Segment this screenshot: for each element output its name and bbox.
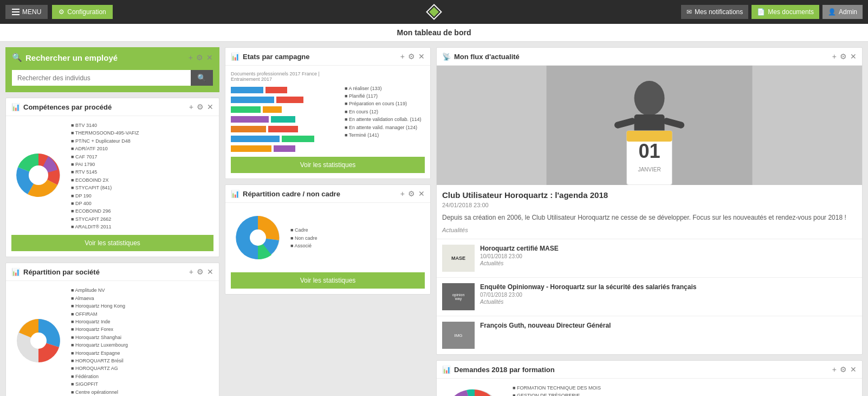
search-widget-header: 🔍 Rechercher un employé + ⚙ ✕ [5, 47, 219, 66]
competences-delete-btn[interactable]: ✕ [207, 103, 213, 111]
demandes-settings-btn[interactable]: ⚙ [840, 365, 847, 374]
repartition-cadre-delete-btn[interactable]: ✕ [418, 189, 425, 198]
documents-label: Mes documents [768, 8, 814, 16]
search-widget-actions: + ⚙ ✕ [189, 53, 213, 62]
menu-button[interactable]: MENU [5, 5, 48, 19]
repartition-societe-settings-btn[interactable]: ⚙ [197, 267, 204, 276]
notifications-label: Mes notifications [695, 8, 743, 16]
flux-item-opinion: opinionway Enquête Opinionway - Horoquar… [437, 277, 862, 316]
flux-item-mase-tag: Actualités [480, 260, 559, 266]
repartition-cadre-add-btn[interactable]: + [400, 189, 405, 198]
demandes-actions: + ⚙ ✕ [832, 365, 857, 374]
repartition-cadre-legend: ■ Cadre ■ Non cadre ■ Associé [290, 226, 317, 250]
etats-legend: ■ A réaliser (133) ■ Planifié (117) ■ Pr… [345, 85, 422, 139]
config-button[interactable]: ⚙ Configuration [52, 5, 112, 19]
flux-article-title[interactable]: Club Utilisateur Horoquartz : l'agenda 2… [442, 190, 857, 200]
page-title: Mon tableau de bord [0, 24, 868, 42]
bar-chart-3-icon: 📊 [231, 53, 239, 61]
competences-add-btn[interactable]: + [189, 103, 193, 111]
flux-item-mase-date: 10/01/2018 23:00 [480, 253, 559, 259]
bar-chart-icon: 📊 [11, 103, 20, 111]
svg-point-7 [250, 229, 266, 246]
search-body: 🔍 [5, 66, 219, 92]
repartition-societe-legend: ■ Amplitude NV ■ Almaeva ■ Horoquartz Ho… [71, 286, 128, 395]
competences-actions: + ⚙ ✕ [189, 103, 213, 111]
search-widget: 🔍 Rechercher un employé + ⚙ ✕ 🔍 [5, 47, 219, 92]
search-input[interactable] [12, 70, 191, 86]
etats-settings-btn[interactable]: ⚙ [408, 52, 415, 61]
repartition-societe-delete-btn[interactable]: ✕ [207, 267, 213, 276]
flux-item-guth: IMG François Guth, nouveau Directeur Gén… [437, 316, 862, 354]
config-icon: ⚙ [59, 8, 64, 16]
flux-thumb-mase: MASE [442, 245, 475, 272]
etats-add-btn[interactable]: + [400, 52, 405, 61]
flux-add-btn[interactable]: + [832, 52, 837, 61]
competences-widget: 📊 Compétences par procédé + ⚙ ✕ [5, 98, 219, 257]
etats-delete-btn[interactable]: ✕ [418, 52, 425, 61]
repartition-societe-body: ■ Amplitude NV ■ Almaeva ■ Horoquartz Ho… [6, 281, 219, 396]
search-submit-button[interactable]: 🔍 [191, 70, 213, 86]
demandes-legend: ■ FORMATION TECHNIQUE DES MOIS ■ GESTION… [513, 384, 640, 396]
repartition-cadre-body: ■ Cadre ■ Non cadre ■ Associé Voir les s… [225, 203, 430, 294]
flux-item-mase-title[interactable]: Horoquartz certifié MASE [480, 245, 559, 252]
admin-button[interactable]: 👤 Admin [822, 5, 863, 19]
etats-chart-area: Documents professionnels 2017 France | E… [231, 71, 425, 152]
repartition-societe-header: 📊 Répartition par société + ⚙ ✕ [6, 263, 219, 281]
search-title-icon: 🔍 [12, 53, 22, 62]
flux-article-desc: Depuis sa création en 2006, le Club Util… [442, 213, 857, 222]
competences-widget-title: 📊 Compétences par procédé [11, 103, 112, 111]
demandes-title: 📊 Demandes 2018 par formation [442, 366, 555, 374]
left-column: 🔍 Rechercher un employé + ⚙ ✕ 🔍 [5, 47, 219, 396]
flux-article-date: 24/01/2018 23:00 [442, 202, 857, 208]
search-add-btn[interactable]: + [189, 53, 193, 62]
admin-label: Admin [839, 8, 857, 16]
repartition-cadre-title: 📊 Répartition cadre / non cadre [231, 190, 340, 198]
flux-settings-btn[interactable]: ⚙ [840, 52, 847, 61]
flux-delete-btn[interactable]: ✕ [850, 52, 857, 61]
svg-point-9 [634, 81, 665, 116]
search-settings-btn[interactable]: ⚙ [196, 53, 203, 62]
demandes-header: 📊 Demandes 2018 par formation + ⚙ ✕ [437, 361, 862, 379]
header: MENU ⚙ Configuration ✉ Mes notifications… [0, 0, 868, 24]
competences-voir-btn[interactable]: Voir les statistiques [11, 235, 213, 251]
repartition-societe-add-btn[interactable]: + [189, 267, 193, 276]
repartition-cadre-voir-btn[interactable]: Voir les statistiques [231, 272, 425, 289]
bar-chart-4-icon: 📊 [231, 190, 239, 198]
demandes-widget: 📊 Demandes 2018 par formation + ⚙ ✕ [436, 360, 863, 396]
flux-item-opinion-date: 07/01/2018 23:00 [480, 292, 696, 298]
demandes-body: ■ FORMATION TECHNIQUE DES MOIS ■ GESTION… [437, 379, 862, 396]
repartition-societe-actions: + ⚙ ✕ [189, 267, 213, 276]
etats-header: 📊 Etats par campagne + ⚙ ✕ [225, 48, 430, 66]
config-label: Configuration [67, 8, 106, 16]
search-delete-btn[interactable]: ✕ [206, 53, 213, 62]
search-btn-icon: 🔍 [197, 74, 206, 82]
demandes-add-btn[interactable]: + [832, 365, 837, 374]
etats-bar-chart: Documents professionnels 2017 France | E… [231, 71, 339, 152]
flux-item-mase-content: Horoquartz certifié MASE 10/01/2018 23:0… [480, 245, 559, 266]
flux-item-guth-title[interactable]: François Guth, nouveau Directeur Général [480, 322, 611, 329]
logo-icon [426, 4, 442, 20]
repartition-societe-widget: 📊 Répartition par société + ⚙ ✕ [5, 263, 219, 396]
competences-settings-btn[interactable]: ⚙ [197, 103, 204, 111]
flux-item-guth-content: François Guth, nouveau Directeur Général [480, 322, 611, 330]
user-icon: 👤 [828, 8, 836, 16]
etats-voir-btn[interactable]: Voir les statistiques [231, 157, 425, 173]
repartition-societe-pie [11, 314, 66, 369]
repartition-cadre-settings-btn[interactable]: ⚙ [408, 189, 415, 198]
etats-widget: 📊 Etats par campagne + ⚙ ✕ Documents pro… [225, 47, 431, 179]
rss-icon: 📡 [442, 53, 451, 61]
document-icon: 📄 [757, 8, 765, 16]
flux-item-opinion-title[interactable]: Enquête Opinionway - Horoquartz sur la s… [480, 283, 696, 291]
notifications-button[interactable]: ✉ Mes notifications [681, 5, 748, 19]
documents-button[interactable]: 📄 Mes documents [752, 5, 819, 19]
demandes-delete-btn[interactable]: ✕ [850, 365, 857, 374]
repartition-cadre-actions: + ⚙ ✕ [400, 189, 425, 198]
header-center [426, 4, 442, 20]
competences-body: ■ BTV 3140 ■ THERMOSOOND-495-VAFIZ ■ PT/… [6, 116, 219, 257]
flux-main-image: 01 JANVIER [437, 66, 862, 185]
repartition-cadre-header: 📊 Répartition cadre / non cadre + ⚙ ✕ [225, 185, 430, 203]
repartition-societe-chart-area: ■ Amplitude NV ■ Almaeva ■ Horoquartz Ho… [11, 286, 213, 395]
repartition-cadre-chart-area: ■ Cadre ■ Non cadre ■ Associé [231, 208, 425, 268]
repartition-cadre-pie [231, 210, 285, 266]
search-widget-title: 🔍 Rechercher un employé [12, 53, 118, 62]
